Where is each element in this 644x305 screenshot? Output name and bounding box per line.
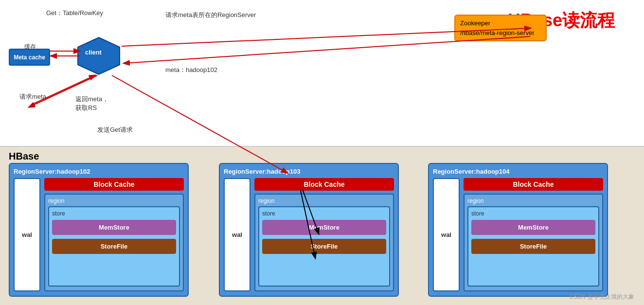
rs3-region-box: region store MemStore StoreFile	[464, 194, 603, 291]
rs2-title: RegionServer:hadoop103	[224, 168, 394, 175]
region-server-1: RegionServer:hadoop102 wal Block Cache r…	[9, 163, 189, 297]
client-hex	[77, 36, 121, 75]
return-meta-line2: 获取RS	[75, 104, 108, 112]
rs1-region-label: region	[48, 197, 180, 204]
rs2-memstore: MemStore	[262, 220, 386, 235]
rs3-right: Block Cache region store MemStore StoreF…	[464, 178, 603, 291]
rs3-inner: wal Block Cache region store MemStore St…	[433, 178, 603, 291]
send-get-label: 发送Get请求	[97, 126, 133, 134]
rs1-store-label: store	[52, 210, 176, 217]
rs1-memstore: MemStore	[52, 220, 176, 235]
rs2-store-box: store MemStore StoreFile	[258, 206, 390, 287]
return-meta-line1: 返回meta，	[75, 95, 108, 104]
rs3-storefile: StoreFile	[471, 239, 595, 254]
meta-cache-box: Meta cache	[9, 49, 50, 66]
rs1-inner: wal Block Cache region store MemStore St…	[14, 178, 184, 291]
rs2-region-label: region	[258, 197, 390, 204]
rs3-title: RegionServer:hadoop104	[433, 168, 603, 175]
rs1-wal: wal	[14, 178, 40, 291]
rs3-wal: wal	[433, 178, 460, 291]
rs2-storefile: StoreFile	[262, 239, 386, 254]
rs2-block-cache: Block Cache	[254, 178, 394, 191]
rs1-store-box: store MemStore StoreFile	[48, 206, 180, 287]
rs2-store-label: store	[262, 210, 386, 217]
region-server-2: RegionServer:hadoop103 wal Block Cache r…	[219, 163, 399, 297]
rs3-store-box: store MemStore StoreFile	[467, 206, 599, 287]
rs3-store-label: store	[471, 210, 595, 217]
get-label: Get：Table/RowKey	[46, 9, 103, 18]
req-meta-left-label: 请求meta	[19, 92, 46, 101]
return-meta-label: 返回meta， 获取RS	[75, 95, 108, 112]
rs3-block-cache: Block Cache	[464, 178, 603, 191]
diagram: HBase读流程 Get：Table/RowKey 请求meta表所在的Regi…	[0, 0, 644, 305]
zookeeper-box: Zookeeper /hbase/meta-region-server	[454, 15, 547, 41]
rs1-title: RegionServer:hadoop102	[14, 168, 184, 175]
meta-response-label: meta：hadoop102	[165, 66, 217, 74]
cache-label: 缓存	[24, 43, 36, 51]
rs2-right: Block Cache region store MemStore StoreF…	[254, 178, 394, 291]
rs2-wal: wal	[224, 178, 250, 291]
region-server-3: RegionServer:hadoop104 wal Block Cache r…	[428, 163, 608, 297]
svg-marker-0	[78, 37, 120, 74]
req-meta-regionserver-label: 请求meta表所在的RegionServer	[165, 11, 256, 19]
rs3-region-label: region	[467, 197, 599, 204]
rs2-inner: wal Block Cache region store MemStore St…	[224, 178, 394, 291]
watermark: CSDN @学无止境的大象	[569, 293, 634, 301]
rs1-region-box: region store MemStore StoreFile	[44, 194, 184, 291]
zookeeper-line1: Zookeeper	[460, 18, 541, 28]
rs1-storefile: StoreFile	[52, 239, 176, 254]
rs1-block-cache: Block Cache	[44, 178, 184, 191]
rs1-right: Block Cache region store MemStore StoreF…	[44, 178, 184, 291]
rs3-memstore: MemStore	[471, 220, 595, 235]
rs2-region-box: region store MemStore StoreFile	[254, 194, 394, 291]
hbase-section-title: HBase	[9, 151, 39, 162]
zookeeper-line2: /hbase/meta-region-server	[460, 28, 541, 38]
